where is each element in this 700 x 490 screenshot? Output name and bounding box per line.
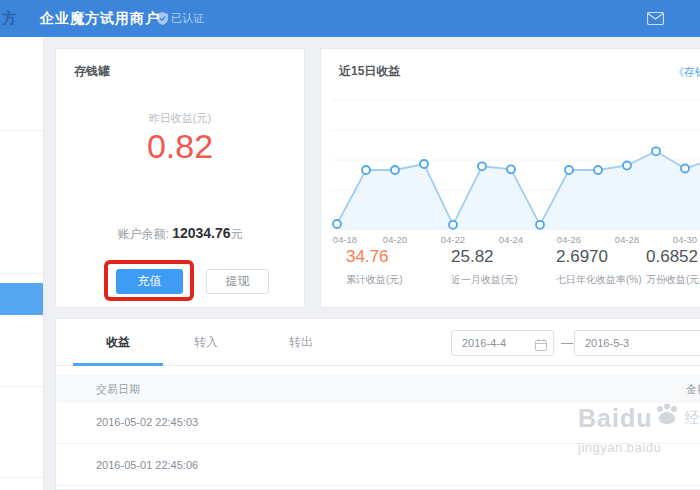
top-navbar: 方 企业魔方试用商户 已认证 bbox=[0, 0, 700, 37]
transaction-date: 2016-05-02 22:45:03 bbox=[96, 401, 198, 443]
logo-fragment: 方 bbox=[2, 9, 17, 28]
tab-earnings[interactable]: 收益 bbox=[73, 319, 163, 366]
stat-7day-yield: 2.6970 七日年化收益率(%) bbox=[556, 247, 642, 287]
stat-label: 近一月收益(元) bbox=[451, 273, 518, 287]
yesterday-earnings-label: 昨日收益(元) bbox=[56, 111, 304, 126]
stat-label: 累计收益(元) bbox=[346, 273, 403, 287]
verified-badge-label: 已认证 bbox=[171, 11, 204, 26]
svg-text:04-18: 04-18 bbox=[333, 234, 357, 245]
stat-total-earnings: 34.76 累计收益(元) bbox=[346, 247, 403, 287]
sidebar-divider bbox=[0, 273, 43, 274]
date-range-separator: — bbox=[561, 336, 573, 350]
transaction-date: 2016-05-01 22:45:06 bbox=[96, 444, 198, 486]
piggy-card-title: 存钱罐 bbox=[74, 63, 110, 80]
row-divider bbox=[56, 485, 700, 486]
tab-transfer-out[interactable]: 转出 bbox=[266, 319, 336, 366]
verified-badge: 已认证 bbox=[157, 11, 204, 26]
svg-text:04-24: 04-24 bbox=[499, 234, 523, 245]
balance-label: 账户余额: bbox=[117, 227, 172, 241]
svg-text:04-28: 04-28 bbox=[615, 234, 639, 245]
table-row[interactable]: 2016-05-02 22:45:03 bbox=[56, 401, 700, 443]
table-header: 交易日期 金额 bbox=[56, 375, 700, 403]
piggy-bank-card: 存钱罐 昨日收益(元) 0.82 账户余额: 12034.76元 充值 提现 bbox=[55, 48, 305, 308]
earnings-card: 近15日收益 《存钱罐》 04-1804-2004-2204-2404-2604… bbox=[320, 48, 700, 308]
svg-text:04-26: 04-26 bbox=[557, 234, 581, 245]
sidebar-item-4[interactable] bbox=[0, 387, 43, 477]
column-header-date: 交易日期 bbox=[96, 375, 140, 403]
sidebar-item-3[interactable] bbox=[0, 316, 43, 386]
stat-value: 2.6970 bbox=[556, 247, 642, 267]
table-row[interactable]: 2016-05-01 22:45:06 bbox=[56, 443, 700, 485]
column-header-amount: 金额 bbox=[686, 375, 700, 403]
sidebar-divider bbox=[0, 477, 43, 478]
earnings-card-title: 近15日收益 bbox=[339, 63, 400, 80]
withdraw-button[interactable]: 提现 bbox=[206, 269, 269, 294]
shield-check-icon bbox=[157, 12, 168, 25]
svg-text:04-30: 04-30 bbox=[673, 234, 697, 245]
balance-unit: 元 bbox=[231, 227, 243, 241]
earnings-chart: 04-1804-2004-2204-2404-2604-2804-30 bbox=[331, 97, 700, 245]
transactions-tabbar: 收益 转入 转出 — bbox=[56, 319, 700, 366]
balance-value: 12034.76 bbox=[172, 225, 230, 241]
stat-value: 34.76 bbox=[346, 247, 403, 267]
date-from-input[interactable] bbox=[451, 330, 554, 356]
yesterday-earnings-value: 0.82 bbox=[56, 127, 304, 166]
date-to-input[interactable] bbox=[574, 330, 700, 356]
stat-month-earnings: 25.82 近一月收益(元) bbox=[451, 247, 518, 287]
svg-text:04-20: 04-20 bbox=[383, 234, 407, 245]
sidebar-item-1[interactable] bbox=[0, 37, 43, 130]
recharge-button[interactable]: 充值 bbox=[116, 269, 183, 294]
dashboard-screen: 方 企业魔方试用商户 已认证 存钱罐 昨日收益(元) 0.82 账户余额: 12… bbox=[0, 0, 700, 490]
page-title: 企业魔方试用商户 bbox=[40, 10, 160, 28]
stat-value: 25.82 bbox=[451, 247, 518, 267]
stat-value: 0.6852 bbox=[646, 247, 700, 267]
sidebar-item-2[interactable] bbox=[0, 131, 43, 273]
stat-label: 七日年化收益率(%) bbox=[556, 273, 642, 287]
sidebar-item-selected[interactable] bbox=[0, 283, 43, 315]
stat-label: 万份收益(元) bbox=[646, 273, 700, 287]
account-balance: 账户余额: 12034.76元 bbox=[56, 225, 304, 243]
piggy-bank-link[interactable]: 《存钱罐》 bbox=[673, 65, 700, 80]
mail-icon[interactable] bbox=[644, 9, 666, 27]
transactions-card: 收益 转入 转出 — 交易日期 金额 2016-05-02 22:45:03 2… bbox=[55, 318, 700, 490]
sidebar-nav bbox=[0, 37, 44, 490]
svg-text:04-22: 04-22 bbox=[441, 234, 465, 245]
stat-per-10k: 0.6852 万份收益(元) bbox=[646, 247, 700, 287]
tab-transfer-in[interactable]: 转入 bbox=[171, 319, 241, 366]
